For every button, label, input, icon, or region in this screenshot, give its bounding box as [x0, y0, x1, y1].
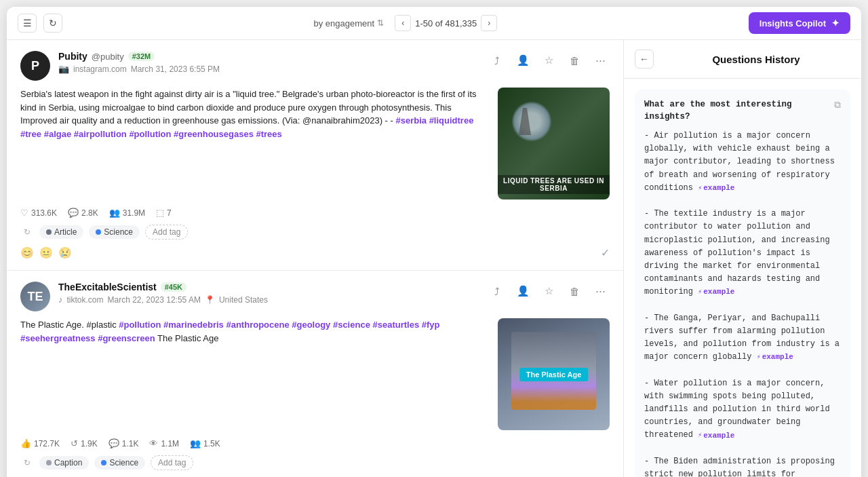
- post-date: March 22, 2023 12:55 AM: [108, 295, 201, 305]
- answer-text: - Air pollution is a major concern globa…: [644, 130, 841, 477]
- share-btn[interactable]: ⤴: [488, 282, 507, 301]
- avatar: TE: [20, 282, 50, 311]
- example-link-1[interactable]: example: [698, 183, 734, 195]
- reposts-count: 1.9K: [81, 439, 98, 449]
- copy-btn[interactable]: ⧉: [834, 99, 841, 111]
- more-btn[interactable]: ⋯: [591, 51, 610, 70]
- science-tag: Science: [89, 225, 140, 239]
- star-btn[interactable]: ☆: [539, 282, 558, 301]
- layout-toggle-btn[interactable]: ☰: [18, 14, 37, 33]
- comments-count: 2.8K: [81, 208, 98, 218]
- add-tag-btn[interactable]: Add tag: [151, 455, 193, 470]
- add-tag-btn[interactable]: Add tag: [145, 225, 188, 240]
- hashtag: #pollution #marinedebris #anthropocene #…: [20, 320, 439, 343]
- example-link-4[interactable]: example: [698, 430, 734, 442]
- tag-dot: [101, 460, 106, 465]
- copilot-header: ← Questions History: [624, 40, 861, 79]
- copilot-panel: ← Questions History What are the most in…: [624, 40, 861, 477]
- example-link-3[interactable]: example: [757, 351, 793, 364]
- toolbar: ☰ ↻ by engagement ⇅ ‹ 1-50 of 481,335 › …: [7, 7, 861, 40]
- post-image: The Plastic Age: [498, 318, 610, 430]
- shares-icon: ⬚: [156, 208, 164, 218]
- image-caption: LIQUID TREES ARE USED IN SERBIA: [498, 175, 610, 194]
- shares-count: 7: [167, 208, 172, 218]
- article-tag: Article: [39, 225, 83, 239]
- post-card: TE TheExcitableScientist #45K ♪ tiktok.c…: [7, 271, 623, 477]
- likes-icon: ♡: [20, 208, 28, 218]
- tag-dot: [46, 229, 52, 235]
- follower-badge: #45K: [161, 282, 186, 292]
- user-btn[interactable]: 👤: [513, 51, 532, 70]
- back-btn[interactable]: ←: [635, 50, 654, 69]
- example-link-2[interactable]: example: [698, 286, 734, 299]
- tag-dot: [46, 460, 52, 465]
- post-platform: tiktok.com: [67, 295, 104, 305]
- likes-icon: 👍: [20, 438, 31, 449]
- insights-copilot-btn[interactable]: Insights Copilot ✦: [749, 12, 850, 34]
- sparkle-icon: ✦: [831, 18, 840, 28]
- post-checkmark: ✓: [601, 246, 610, 259]
- instagram-icon: 📷: [58, 64, 69, 74]
- reaction-sad-btn[interactable]: 😢: [58, 246, 72, 259]
- star-btn[interactable]: ☆: [539, 51, 558, 70]
- refresh-btn[interactable]: ↻: [43, 14, 62, 33]
- avatar: P: [20, 51, 50, 81]
- post-text: The Plastic Age. #plastic #pollution #ma…: [20, 318, 487, 430]
- copilot-title: Questions History: [662, 54, 850, 65]
- tag-label: Article: [54, 227, 77, 237]
- copilot-body: What are the most interesting insights? …: [624, 79, 861, 477]
- sort-label-text: by engagement: [314, 18, 375, 28]
- tag-label: Caption: [54, 458, 82, 468]
- prev-page-btn[interactable]: ‹: [395, 15, 411, 31]
- location-icon: 📍: [205, 295, 215, 305]
- tag-dot: [96, 229, 101, 235]
- post-stats: 👍 172.7K ↺ 1.9K 💬 1.1K 👁 1.1M: [20, 438, 610, 449]
- reach-icon: 👥: [190, 438, 201, 449]
- tiktok-icon: ♪: [58, 294, 63, 305]
- post-location: United States: [219, 295, 268, 305]
- author-name: Pubity: [58, 51, 87, 62]
- author-name: TheExcitableScientist: [58, 282, 157, 292]
- tag-refresh-btn[interactable]: ↻: [20, 225, 34, 239]
- post-date: March 31, 2023 6:55 PM: [131, 64, 220, 74]
- question-text: What are the most interesting insights?: [644, 99, 829, 123]
- post-image: LIQUID TREES ARE USED IN SERBIA: [498, 88, 610, 199]
- likes-count: 313.6K: [31, 208, 57, 218]
- author-handle: @pubity: [92, 52, 124, 62]
- next-page-btn[interactable]: ›: [481, 15, 497, 31]
- views-count: 1.1M: [161, 439, 179, 449]
- delete-btn[interactable]: 🗑: [565, 282, 584, 301]
- plastic-age-label: The Plastic Age: [519, 368, 589, 381]
- post-platform: instagram.com: [73, 64, 127, 74]
- user-btn[interactable]: 👤: [513, 282, 532, 301]
- reach-icon: 👥: [109, 208, 120, 218]
- sort-icon: ⇅: [377, 18, 384, 28]
- views-icon: 👁: [149, 438, 158, 449]
- post-card: P Pubity @pubity #32M 📷 instagram.com Ma…: [7, 40, 623, 271]
- comments-count: 1.1K: [122, 439, 139, 449]
- post-text: Serbia's latest weapon in the fight agai…: [20, 88, 487, 199]
- follower-badge: #32M: [128, 52, 155, 61]
- post-stats: ♡ 313.6K 💬 2.8K 👥 31.9M ⬚ 7: [20, 208, 610, 218]
- share-btn[interactable]: ⤴: [488, 51, 507, 70]
- question-block: What are the most interesting insights? …: [635, 90, 850, 477]
- caption-tag: Caption: [39, 456, 89, 470]
- reaction-neutral-btn[interactable]: 😐: [39, 246, 53, 259]
- reaction-happy-btn[interactable]: 😊: [20, 246, 34, 259]
- reach-count: 1.5K: [203, 439, 220, 449]
- tag-label: Science: [109, 458, 138, 468]
- likes-count: 172.7K: [34, 439, 60, 449]
- tag-label: Science: [104, 227, 133, 237]
- delete-btn[interactable]: 🗑: [565, 51, 584, 70]
- more-btn[interactable]: ⋯: [591, 282, 610, 301]
- comments-icon: 💬: [68, 208, 79, 218]
- tag-refresh-btn[interactable]: ↻: [20, 456, 34, 470]
- comments-icon: 💬: [108, 438, 119, 449]
- reposts-icon: ↺: [71, 438, 78, 449]
- science-tag: Science: [94, 456, 145, 470]
- insights-btn-label: Insights Copilot: [760, 18, 826, 28]
- reach-count: 31.9M: [123, 208, 145, 218]
- feed-panel: P Pubity @pubity #32M 📷 instagram.com Ma…: [7, 40, 624, 477]
- pagination-info: 1-50 of 481,335: [415, 18, 477, 28]
